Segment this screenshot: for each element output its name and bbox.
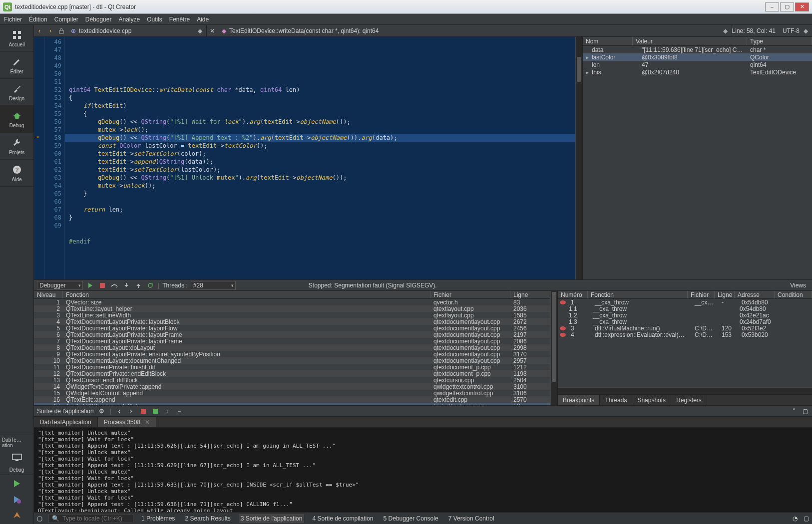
dropdown-icon[interactable]: ◆ bbox=[703, 27, 728, 34]
nav-back-button[interactable]: ‹ bbox=[34, 25, 45, 36]
breakpoint-row[interactable]: 1__cxa_throw__cxa_…-0x54db80 bbox=[558, 299, 812, 305]
breakpoints-hscroll[interactable] bbox=[558, 387, 812, 394]
close-icon[interactable]: ✕ bbox=[145, 419, 150, 426]
menu-fichier[interactable]: Fichier bbox=[4, 16, 22, 23]
step-over-button[interactable] bbox=[110, 281, 119, 290]
dropdown-icon[interactable]: ◆ bbox=[804, 27, 808, 34]
stack-row[interactable]: 5QTextDocumentLayoutPrivate::layoutFlowq… bbox=[34, 325, 550, 331]
line-col-indicator[interactable]: Line: 58, Col: 41 bbox=[732, 27, 776, 34]
expand-icon[interactable]: ▸ bbox=[583, 54, 589, 61]
dropdown-icon[interactable]: ◆ bbox=[178, 27, 202, 34]
line-number-gutter[interactable]: 4647484950515253545556575859606162636465… bbox=[45, 37, 65, 279]
breakpoint-row[interactable]: 4dtl::expression::Evaluator::eval(QStrin… bbox=[558, 331, 812, 338]
locals-header[interactable]: Nom Valeur Type bbox=[583, 37, 812, 46]
stack-row[interactable]: 11QTextDocumentPrivate::finishEditqtextd… bbox=[34, 364, 550, 370]
menu-aide[interactable]: Aide bbox=[197, 16, 209, 23]
run-button[interactable] bbox=[10, 477, 23, 490]
menu-déboguer[interactable]: Déboguer bbox=[85, 16, 112, 23]
bottom-panel-3[interactable]: 3 Sortie de l'application bbox=[239, 514, 305, 523]
sidebar-item-aide[interactable]: ?Aide bbox=[0, 160, 33, 187]
sidebar-item-projets[interactable]: Projets bbox=[0, 133, 33, 160]
bottom-panel-7[interactable]: 7 Version Control bbox=[446, 514, 496, 523]
locals-header-name[interactable]: Nom bbox=[583, 37, 633, 45]
remove-button[interactable]: − bbox=[175, 407, 183, 415]
stack-row[interactable]: 9QTextDocumentLayoutPrivate::ensureLayou… bbox=[34, 351, 550, 357]
progress-icon[interactable]: ◔ bbox=[793, 515, 798, 522]
application-output[interactable]: "[txt_monitor] Unlock mutex" "[txt_monit… bbox=[34, 427, 812, 512]
stack-row[interactable]: 16QTextEdit::appendqtextedit.cpp2570 bbox=[34, 396, 550, 403]
expand-icon[interactable]: ˄ bbox=[790, 407, 798, 415]
stack-row[interactable]: 12QTextDocumentPrivate::endEditBlockqtex… bbox=[34, 370, 550, 377]
debug-run-button[interactable] bbox=[10, 493, 23, 506]
menu-outils[interactable]: Outils bbox=[147, 16, 162, 23]
tab-snapshots[interactable]: Snapshots bbox=[632, 395, 671, 405]
locals-row[interactable]: len47qint64 bbox=[583, 61, 812, 68]
sidebar-item-accueil[interactable]: Accueil bbox=[0, 25, 33, 52]
menu-analyze[interactable]: Analyze bbox=[118, 16, 140, 23]
restart-button[interactable] bbox=[146, 281, 155, 290]
file-selector[interactable]: ⊕ texteditiodevice.cpp ◆ bbox=[67, 25, 207, 36]
stack-row[interactable]: 4QTextDocumentLayoutPrivate::layoutBlock… bbox=[34, 318, 550, 325]
breakpoint-row[interactable]: 3dtl::VirtualMachine::run()C:\Dat…1200x5… bbox=[558, 325, 812, 331]
stop-output-button[interactable] bbox=[151, 407, 159, 415]
filter-icon[interactable]: ⚙ bbox=[98, 407, 106, 415]
stop-button[interactable] bbox=[98, 281, 107, 290]
stack-row[interactable]: 3QTextLine::setLineWidthqtextlayout.cpp1… bbox=[34, 312, 550, 318]
locals-row[interactable]: ▸lastColor@0x3089fbf8QColor bbox=[583, 53, 812, 61]
stack-row[interactable]: 1QVector::sizeqvector.h83 bbox=[34, 299, 550, 305]
bottom-panel-2[interactable]: 2 Search Results bbox=[183, 514, 232, 523]
sidebar-item-éditer[interactable]: Éditer bbox=[0, 52, 33, 79]
maximize-button[interactable]: ▢ bbox=[780, 2, 794, 11]
debugger-selector[interactable]: Debugger bbox=[37, 281, 83, 290]
close-panel-button[interactable]: ▢ bbox=[801, 407, 809, 415]
next-button[interactable]: › bbox=[127, 407, 135, 415]
stack-row[interactable]: 14QWidgetTextControlPrivate::appendqwidg… bbox=[34, 383, 550, 390]
expand-icon[interactable]: ▸ bbox=[583, 69, 589, 76]
thread-selector[interactable]: #28 bbox=[191, 281, 236, 290]
locals-row[interactable]: data"[11:11:59.636][line 71][scr_echo] C… bbox=[583, 46, 812, 53]
editor-scrollbar[interactable] bbox=[575, 37, 582, 279]
code-editor[interactable]: ➔ 46474849505152535455565758596061626364… bbox=[34, 37, 582, 279]
menu-fenêtre[interactable]: Fenêtre bbox=[169, 16, 190, 23]
close-button[interactable]: ✕ bbox=[795, 2, 809, 11]
nav-forward-button[interactable]: › bbox=[45, 25, 56, 36]
tab-breakpoints[interactable]: Breakpoints bbox=[558, 395, 600, 405]
stack-row[interactable]: 2QTextLine::layout_helperqtextlayout.cpp… bbox=[34, 305, 550, 312]
toggle-right-sidebar-button[interactable]: ▢ bbox=[804, 515, 809, 522]
output-tab[interactable]: DabTestApplication bbox=[34, 417, 98, 427]
stack-row[interactable]: 7QTextDocumentLayoutPrivate::layoutFrame… bbox=[34, 338, 550, 344]
symbol-selector[interactable]: ◆ TextEditIODevice::writeData(const char… bbox=[218, 25, 732, 36]
lock-icon[interactable] bbox=[56, 25, 67, 36]
bottom-panel-1[interactable]: 1 Problèmes bbox=[139, 514, 177, 523]
minimize-button[interactable]: − bbox=[765, 2, 779, 11]
breakpoint-row[interactable]: 1.1__cxa_throw0x54db80 bbox=[558, 305, 812, 312]
stack-row[interactable]: 15QWidgetTextControl::appendqwidgettextc… bbox=[34, 390, 550, 396]
locals-header-type[interactable]: Type bbox=[747, 37, 812, 45]
step-into-button[interactable] bbox=[122, 281, 131, 290]
menu-édition[interactable]: Édition bbox=[29, 16, 47, 23]
locals-row[interactable]: ▸this@0x2f07d240TextEditIODevice bbox=[583, 68, 812, 76]
prev-button[interactable]: ‹ bbox=[115, 407, 123, 415]
tab-registers[interactable]: Registers bbox=[671, 395, 707, 405]
output-tab[interactable]: Process 3508 ✕ bbox=[98, 417, 157, 427]
menu-compiler[interactable]: Compiler bbox=[54, 16, 78, 23]
stack-header[interactable]: Niveau Fonction Fichier Ligne bbox=[34, 291, 550, 299]
locals-header-value[interactable]: Valeur bbox=[633, 37, 747, 45]
stack-row[interactable]: 6QTextDocumentLayoutPrivate::layoutFrame… bbox=[34, 331, 550, 338]
tab-threads[interactable]: Threads bbox=[600, 395, 632, 405]
encoding-indicator[interactable]: UTF-8 bbox=[783, 27, 800, 34]
bottom-panel-5[interactable]: 5 Debugger Console bbox=[382, 514, 440, 523]
sidebar-item-design[interactable]: Design bbox=[0, 79, 33, 106]
sidebar-item-debug[interactable]: Debug bbox=[0, 106, 33, 133]
run-kit-selector[interactable]: DabTe…ation Debug bbox=[0, 435, 33, 475]
bottom-panel-4[interactable]: 4 Sortie de compilation bbox=[310, 514, 375, 523]
stack-row[interactable]: 8QTextDocumentLayout::doLayoutqtextdocum… bbox=[34, 344, 550, 351]
stack-row[interactable]: 10QTextDocumentLayout::documentChangedqt… bbox=[34, 357, 550, 364]
split-close-button[interactable]: ✕ bbox=[207, 25, 218, 36]
toggle-sidebar-button[interactable]: ▢ bbox=[37, 515, 42, 522]
stack-scrollbar[interactable] bbox=[550, 291, 557, 405]
views-button[interactable]: Views bbox=[787, 282, 809, 289]
locator-input[interactable]: 🔍 Type to locate (Ctrl+K) bbox=[48, 514, 133, 523]
add-button[interactable]: + bbox=[163, 407, 171, 415]
step-out-button[interactable] bbox=[134, 281, 143, 290]
